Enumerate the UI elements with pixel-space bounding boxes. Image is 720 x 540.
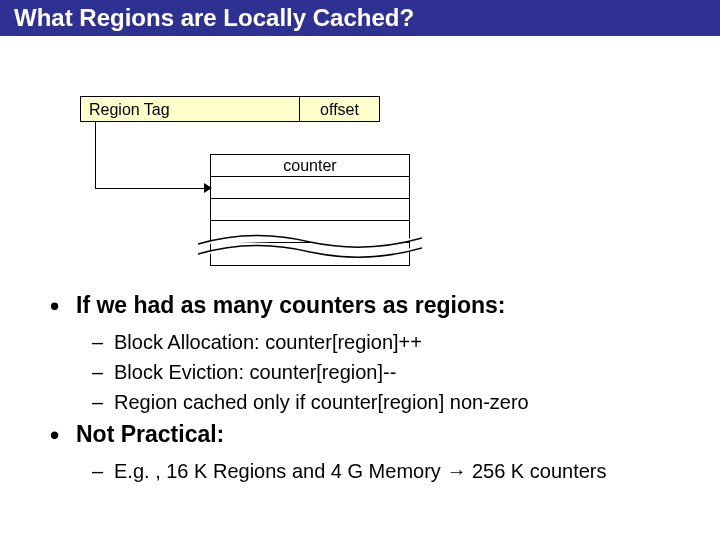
bullet-block-eviction: Block Eviction: counter[region]-- xyxy=(92,359,690,385)
slide-title: What Regions are Locally Cached? xyxy=(0,0,720,36)
table-row xyxy=(211,199,409,221)
region-tag-label: Region Tag xyxy=(81,97,299,121)
table-row xyxy=(211,177,409,199)
diagram: Region Tag offset counter xyxy=(0,36,720,286)
region-tag-box: Region Tag offset xyxy=(80,96,380,122)
offset-label: offset xyxy=(299,97,379,121)
table-break-bottom-icon xyxy=(198,242,422,260)
bullet-not-practical-heading: Not Practical: xyxy=(50,421,690,448)
content-body: If we had as many counters as regions: B… xyxy=(0,292,720,484)
bullet-block-allocation: Block Allocation: counter[region]++ xyxy=(92,329,690,355)
bullet-example-counters: E.g. , 16 K Regions and 4 G Memory → 256… xyxy=(92,458,690,484)
counter-header-row: counter xyxy=(211,155,409,177)
bullet-counters-heading: If we had as many counters as regions: xyxy=(50,292,690,319)
index-arrow-horizontal xyxy=(95,188,209,189)
index-arrow-vertical xyxy=(95,122,96,188)
bullet-region-cached: Region cached only if counter[region] no… xyxy=(92,389,690,415)
